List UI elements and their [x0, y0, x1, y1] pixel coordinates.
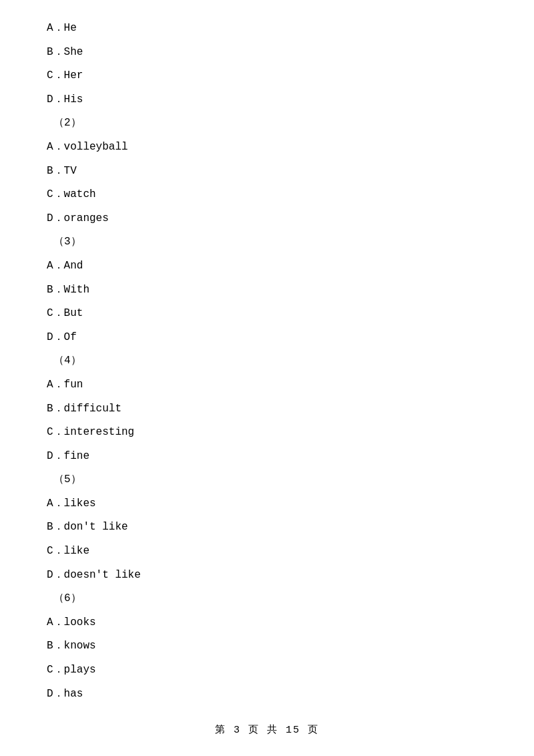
option-5-c: C．like — [47, 543, 487, 560]
option-2-b: B．TV — [47, 163, 487, 180]
option-label: C．Her — [47, 67, 83, 85]
option-label: C．plays — [47, 662, 96, 679]
option-5-a: A．likes — [47, 496, 487, 513]
option-label: D．has — [47, 686, 83, 703]
option-6-a: A．looks — [47, 614, 487, 632]
option-4-a: A．fun — [47, 377, 487, 394]
option-3-b: B．With — [47, 282, 487, 299]
option-label: B．difficult — [47, 401, 121, 418]
option-2-c: C．watch — [47, 186, 487, 204]
question-number-6: （6） — [47, 590, 487, 608]
option-label: B．She — [47, 44, 83, 61]
question-5: （5） A．likes B．don't like C．like D．doesn'… — [47, 471, 487, 584]
page-number-text: 第 3 页 共 15 页 — [215, 725, 319, 736]
question-1: A．He B．She C．Her D．His — [47, 20, 487, 108]
option-3-d: D．Of — [47, 329, 487, 347]
option-label: A．looks — [47, 614, 96, 632]
option-5-d: D．doesn't like — [47, 567, 487, 584]
question-2: （2） A．volleyball B．TV C．watch D．oranges — [47, 115, 487, 227]
question-number-5: （5） — [47, 471, 487, 489]
option-6-b: B．knows — [47, 638, 487, 655]
option-6-d: D．has — [47, 686, 487, 703]
option-label: D．Of — [47, 329, 77, 347]
option-label: D．doesn't like — [47, 567, 141, 584]
option-label: B．With — [47, 282, 89, 299]
option-1-a: A．He — [47, 20, 487, 37]
option-label: C．But — [47, 305, 83, 323]
option-label: C．interesting — [47, 424, 134, 441]
question-4: （4） A．fun B．difficult C．interesting D．fi… — [47, 353, 487, 465]
option-6-c: C．plays — [47, 662, 487, 679]
option-5-b: B．don't like — [47, 519, 487, 536]
option-3-a: A．And — [47, 258, 487, 275]
question-3: （3） A．And B．With C．But D．Of — [47, 234, 487, 346]
option-label: D．oranges — [47, 210, 109, 228]
option-label: A．volleyball — [47, 139, 128, 156]
option-label: B．TV — [47, 163, 77, 180]
option-label: D．fine — [47, 448, 89, 465]
option-label: C．watch — [47, 186, 96, 204]
option-2-d: D．oranges — [47, 210, 487, 228]
option-label: A．likes — [47, 496, 96, 513]
option-label: A．And — [47, 258, 83, 275]
option-4-d: D．fine — [47, 448, 487, 465]
option-label: C．like — [47, 543, 89, 560]
option-4-c: C．interesting — [47, 424, 487, 441]
option-label: B．don't like — [47, 519, 128, 536]
option-label: D．His — [47, 91, 83, 109]
question-number-4: （4） — [47, 353, 487, 370]
page-footer: 第 3 页 共 15 页 — [0, 723, 534, 736]
question-number-3: （3） — [47, 234, 487, 251]
option-label: B．knows — [47, 638, 96, 655]
option-1-b: B．She — [47, 44, 487, 61]
option-label: A．fun — [47, 377, 83, 394]
main-content: A．He B．She C．Her D．His （2） A．volleyball … — [0, 0, 534, 749]
option-2-a: A．volleyball — [47, 139, 487, 156]
option-1-c: C．Her — [47, 67, 487, 85]
option-3-c: C．But — [47, 305, 487, 323]
question-6: （6） A．looks B．knows C．plays D．has — [47, 590, 487, 703]
option-1-d: D．His — [47, 91, 487, 109]
option-label: A．He — [47, 20, 77, 37]
question-number-2: （2） — [47, 115, 487, 132]
option-4-b: B．difficult — [47, 401, 487, 418]
